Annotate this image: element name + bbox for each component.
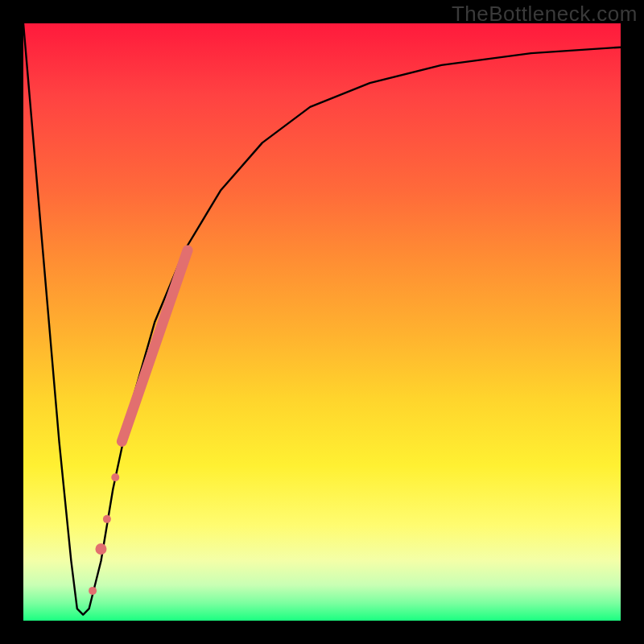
chart-frame: TheBottleneck.com	[0, 0, 644, 644]
watermark-text: TheBottleneck.com	[452, 2, 638, 27]
chart-svg	[23, 23, 621, 621]
highlight-segment	[122, 250, 188, 441]
marker-dot-1	[111, 473, 119, 481]
bottleneck-curve	[23, 23, 621, 615]
plot-area	[23, 23, 621, 621]
marker-dot-4	[89, 587, 97, 595]
marker-dot-3	[95, 543, 106, 555]
marker-dot-2	[103, 515, 111, 523]
